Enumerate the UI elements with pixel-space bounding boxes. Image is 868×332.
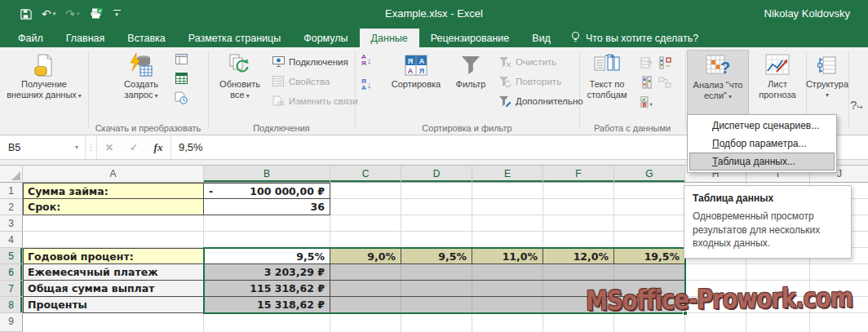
group-label: Работа с данными	[579, 123, 685, 133]
cell-d5[interactable]: 9,5%	[401, 248, 472, 264]
cell-a1[interactable]: Сумма займа:	[23, 183, 204, 199]
row-header-1[interactable]: 1	[0, 183, 23, 199]
properties-icon	[272, 75, 285, 88]
cell-c5[interactable]: 9,0%	[330, 248, 401, 264]
row-header-2[interactable]: 2	[0, 199, 23, 215]
sort-ascending-icon[interactable]: АЯ↓	[361, 54, 371, 67]
outline-icon	[817, 51, 838, 79]
text-to-columns-icon	[594, 51, 620, 79]
help-icon[interactable]: ?↪	[850, 98, 863, 112]
insert-function-icon[interactable]: fx	[146, 141, 170, 154]
window-title: Example.xlsx - Excel	[0, 7, 868, 20]
formula-bar-resize-handle[interactable]: ⋮	[86, 135, 97, 159]
tab-view[interactable]: Вид	[520, 29, 562, 47]
tell-me-box[interactable]: Что вы хотите сделать?	[562, 29, 706, 47]
column-header-g[interactable]: G	[614, 166, 685, 182]
menu-item-data-table[interactable]: Таблица данных...	[689, 153, 835, 170]
what-if-analysis-button[interactable]: ? Анализ "что если"▾	[688, 51, 748, 114]
row-header-6[interactable]: 6	[0, 264, 23, 281]
cell-b1[interactable]: -100 000,00 ₽	[204, 183, 330, 199]
name-box-caret-icon[interactable]: ▾	[75, 144, 78, 151]
cell-f5[interactable]: 12,0%	[543, 248, 614, 264]
cell-e5[interactable]: 11,0%	[472, 248, 543, 264]
column-header-b[interactable]: B	[204, 166, 330, 182]
data-validation-icon[interactable]: ▾	[640, 95, 653, 108]
refresh-all-button[interactable]: Обновить все▾	[215, 51, 265, 101]
column-header-f[interactable]: F	[543, 166, 614, 182]
properties-item[interactable]: Свойства	[272, 73, 358, 89]
row-header-9[interactable]: 9	[0, 313, 23, 332]
consolidate-icon[interactable]	[658, 56, 671, 69]
sort-button[interactable]: ЯААЯ Сортировка	[388, 51, 445, 90]
cell-b1-amount: 100 000,00 ₽	[250, 184, 325, 198]
row-header-5[interactable]: 5	[0, 248, 23, 264]
svg-text:Я: Я	[419, 67, 424, 75]
svg-text:А: А	[408, 67, 414, 75]
account-user-name[interactable]: Nikolay Koldovsky	[764, 7, 851, 20]
column-header-d[interactable]: D	[401, 166, 472, 182]
menu-item-goal-seek[interactable]: Подбор параметра...	[689, 135, 835, 153]
menu-item-scenario-manager[interactable]: Диспетчер сценариев...	[689, 117, 835, 135]
confirm-entry-icon[interactable]: ✓	[122, 142, 146, 153]
connections-item[interactable]: Подключения	[272, 54, 358, 69]
row-header-4[interactable]: 4	[0, 232, 23, 248]
clear-filter-icon	[498, 55, 512, 69]
reapply-filter-item[interactable]: Повторить	[498, 73, 583, 89]
new-query-button[interactable]: Создать запрос▾	[114, 51, 168, 101]
svg-text:▾: ▾	[650, 101, 653, 107]
text-to-columns-button[interactable]: Текст по столбцам	[581, 51, 633, 100]
cell-b2[interactable]: 36	[204, 199, 330, 215]
cell-a2[interactable]: Срок:	[23, 199, 204, 215]
select-all-triangle-icon	[11, 171, 20, 180]
what-if-dropdown-menu: Диспетчер сценариев... Подбор параметра.…	[687, 114, 837, 173]
cell-b8[interactable]: 15 318,62 ₽	[204, 297, 330, 313]
cell-g5[interactable]: 19,5%	[614, 248, 685, 264]
advanced-filter-item[interactable]: Дополнительно	[498, 93, 583, 108]
filter-funnel-icon	[459, 51, 482, 79]
relationships-icon[interactable]	[658, 76, 671, 89]
group-label: Сортировка и фильтр	[355, 123, 579, 133]
tab-data[interactable]: Данные	[360, 29, 419, 47]
column-header-a[interactable]: A	[23, 166, 204, 182]
cell-a6[interactable]: Ежемесячный платеж	[23, 264, 204, 281]
from-table-icon[interactable]	[175, 72, 188, 85]
cell-a7[interactable]: Общая сумма выплат	[23, 281, 204, 297]
edit-links-icon	[272, 95, 285, 108]
tab-file[interactable]: Файл	[7, 29, 55, 47]
tab-page-layout[interactable]: Разметка страницы	[177, 29, 292, 47]
tab-home[interactable]: Главная	[55, 29, 117, 47]
formula-buttons: ✕ ✓ fx	[97, 135, 171, 159]
cell-b6[interactable]: 3 203,29 ₽	[204, 264, 330, 281]
outline-button[interactable]: Структура▾	[808, 51, 847, 100]
column-header-c[interactable]: C	[330, 166, 401, 182]
get-external-data-button[interactable]: Получение внешних данных▾	[3, 51, 85, 101]
row-header-8[interactable]: 8	[0, 297, 23, 313]
sort-descending-icon[interactable]: ЯА↓	[361, 78, 371, 91]
edit-links-item[interactable]: Изменить связи	[272, 93, 358, 108]
forecast-sheet-button[interactable]: Лист прогноза	[752, 51, 803, 100]
cancel-entry-icon[interactable]: ✕	[97, 142, 122, 153]
cell-b7[interactable]: 115 318,62 ₽	[204, 281, 330, 297]
cell-a8[interactable]: Проценты	[23, 297, 204, 313]
row-header-7[interactable]: 7	[0, 281, 23, 297]
tab-formulas[interactable]: Формулы	[292, 29, 359, 47]
tab-insert[interactable]: Вставка	[116, 29, 176, 47]
remove-duplicates-icon[interactable]	[640, 76, 653, 89]
data-table-tooltip: Таблица данных Одновременный просмотр ре…	[684, 185, 852, 259]
tab-review[interactable]: Рецензирование	[419, 29, 521, 47]
clear-filter-item[interactable]: Очистить	[498, 54, 583, 69]
recent-sources-icon[interactable]	[175, 91, 188, 104]
show-queries-icon[interactable]	[175, 52, 188, 65]
watermark: MSoffice-Prowork.com	[586, 281, 827, 317]
flash-fill-icon[interactable]	[640, 56, 653, 69]
row-header-3[interactable]: 3	[0, 215, 23, 232]
name-box[interactable]: B5▾	[0, 135, 86, 159]
filter-button[interactable]: Фильтр	[450, 51, 492, 90]
svg-text:А: А	[419, 57, 425, 65]
group-get-transform: Создать запрос▾ Скачать и преобразовать	[88, 47, 208, 135]
title-bar: ↶▾ ↷▾ ▾ Example.xlsx - Excel Nikolay Kol…	[0, 0, 868, 29]
cell-b5-active[interactable]: 9,5%	[204, 248, 330, 264]
cell-a5[interactable]: Годовой процент:	[23, 248, 204, 264]
select-all-button[interactable]	[0, 166, 23, 183]
column-header-e[interactable]: E	[472, 166, 543, 182]
